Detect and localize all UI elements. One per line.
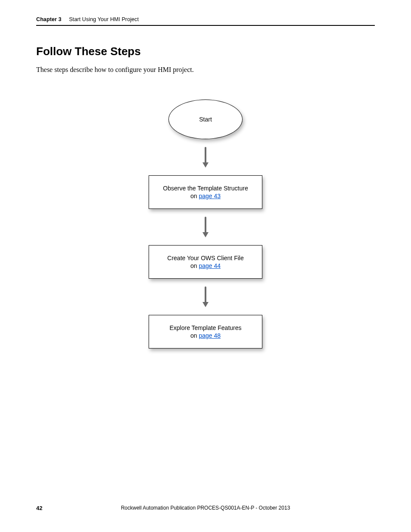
flow-step-box: Observe the Template Structure on page 4…	[149, 175, 262, 209]
section-heading: Follow These Steps	[36, 45, 375, 58]
flow-step-box: Explore Template Features on page 48	[149, 315, 262, 348]
page-link[interactable]: page 48	[199, 332, 221, 339]
svg-marker-3	[202, 232, 209, 237]
page-link[interactable]: page 43	[199, 193, 221, 199]
flow-arrow	[201, 147, 210, 168]
page: Chapter 3 Start Using Your HMI Project F…	[0, 0, 411, 532]
running-header: Chapter 3 Start Using Your HMI Project	[36, 16, 375, 26]
publication-line: Rockwell Automation Publication PROCES-Q…	[36, 505, 375, 511]
flow-step-box: Create Your OWS Client File on page 44	[149, 245, 262, 279]
flow-step-title: Create Your OWS Client File	[167, 255, 243, 261]
flow-arrow	[201, 217, 210, 237]
flow-step-on: on	[190, 262, 199, 269]
flowchart: Start Observe the Template Structure on …	[36, 100, 375, 348]
flow-step-ref: on page 48	[190, 332, 221, 339]
page-link[interactable]: page 44	[199, 262, 221, 269]
svg-marker-1	[202, 162, 209, 168]
flow-start-label: Start	[199, 116, 212, 123]
flow-start-node: Start	[168, 100, 243, 139]
page-footer: 42 Rockwell Automation Publication PROCE…	[36, 505, 375, 511]
flow-step-on: on	[190, 332, 199, 339]
chapter-title: Start Using Your HMI Project	[69, 16, 139, 22]
svg-marker-5	[202, 302, 209, 307]
flow-arrow	[201, 286, 210, 307]
flow-step-ref: on page 43	[190, 193, 221, 199]
flow-step-title: Explore Template Features	[169, 324, 241, 331]
flow-step-title: Observe the Template Structure	[163, 185, 248, 192]
flow-step-ref: on page 44	[190, 262, 221, 269]
chapter-label: Chapter 3	[36, 16, 62, 22]
intro-paragraph: These steps describe how to configure yo…	[36, 66, 375, 74]
flow-step-on: on	[190, 193, 199, 199]
